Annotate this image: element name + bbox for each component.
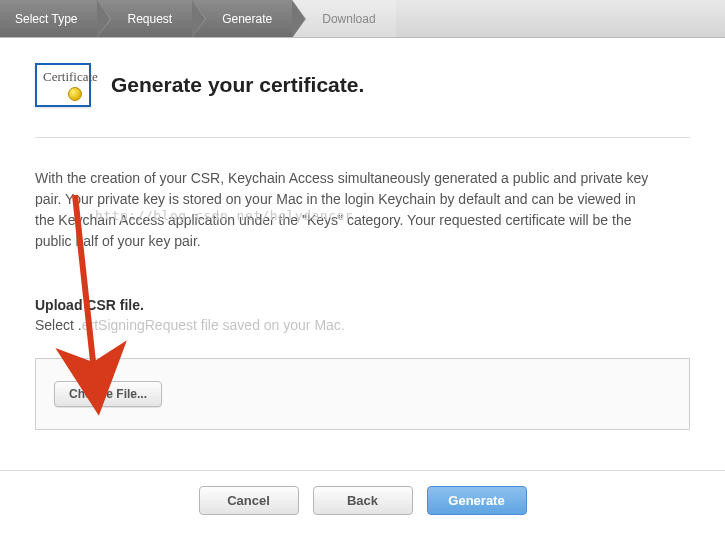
breadcrumb-stepper: Select Type Request Generate Download <box>0 0 725 38</box>
page-title: Generate your certificate. <box>111 73 364 97</box>
upload-sub-prefix: Select . <box>35 317 82 333</box>
step-label: Select Type <box>15 12 77 26</box>
upload-subtext: Select .ertSigningRequest file saved on … <box>35 317 690 333</box>
step-generate[interactable]: Generate <box>192 0 292 37</box>
content-area: Certificate Generate your certificate. W… <box>0 38 725 440</box>
file-drop-box: Choose File... <box>35 358 690 430</box>
upload-section: Upload CSR file. Select .ertSigningReque… <box>35 297 690 430</box>
step-label: Download <box>322 12 375 26</box>
step-request[interactable]: Request <box>97 0 192 37</box>
choose-file-button[interactable]: Choose File... <box>54 381 162 407</box>
step-label: Request <box>127 12 172 26</box>
step-select-type[interactable]: Select Type <box>0 0 97 37</box>
page-root: Select Type Request Generate Download Ce… <box>0 0 725 535</box>
back-button[interactable]: Back <box>313 486 413 515</box>
upload-sub-suffix: ertSigningRequest file saved on your Mac… <box>82 317 345 333</box>
seal-icon <box>68 87 82 101</box>
generate-button[interactable]: Generate <box>427 486 527 515</box>
footer-actions: Cancel Back Generate <box>0 470 725 535</box>
certificate-icon: Certificate <box>35 63 91 107</box>
title-row: Certificate Generate your certificate. <box>35 58 690 127</box>
certificate-icon-label: Certificate <box>43 69 98 85</box>
step-label: Generate <box>222 12 272 26</box>
body-text: With the creation of your CSR, Keychain … <box>35 168 655 252</box>
step-download: Download <box>292 0 395 37</box>
upload-heading: Upload CSR file. <box>35 297 690 313</box>
divider <box>35 137 690 138</box>
cancel-button[interactable]: Cancel <box>199 486 299 515</box>
